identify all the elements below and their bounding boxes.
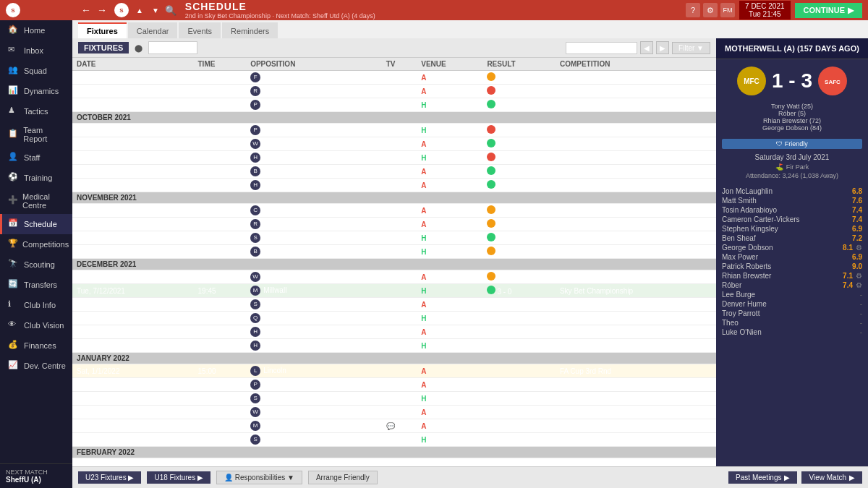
- filter-button[interactable]: Filter ▼: [672, 42, 710, 54]
- fixture-result: 4 - 1: [482, 231, 556, 245]
- table-row[interactable]: Sat, 30/10/2021 15:00 HHuddersfield A 1 …: [72, 179, 716, 192]
- fixture-opposition[interactable]: RRotherham: [246, 218, 382, 231]
- fixtures-table[interactable]: DATE TIME OPPOSITION TV VENUE RESULT COM…: [72, 58, 716, 488]
- fixture-opposition[interactable]: HHull: [246, 325, 382, 339]
- fixture-date: Sat, 1/1/2022: [72, 364, 194, 378]
- table-row[interactable]: Tue, 7/12/2021 19:45 MMillwall H 3 - 0 S…: [72, 284, 716, 298]
- table-row[interactable]: Sat, 25/9/2021 15:00 RReading A 1 - 2 Sk…: [72, 85, 716, 98]
- table-row[interactable]: Sat, 15/1/2022 15:00 WWigan A Sky Bet Ch…: [72, 406, 716, 419]
- table-row[interactable]: Sat, 16/10/2021 15:00 WWest Brom A 1 - 0…: [72, 137, 716, 151]
- fixture-opposition[interactable]: WWest Brom: [246, 137, 382, 151]
- table-row[interactable]: Sat, 8/1/2022 15:00 SStoke H Sky Bet Cha…: [72, 392, 716, 406]
- sidebar-item-transfers[interactable]: 🔄Transfers: [0, 275, 72, 295]
- fixture-opposition[interactable]: LLincoln: [246, 364, 382, 378]
- sidebar-item-staff[interactable]: 👤Staff: [0, 147, 72, 168]
- tab-calendar[interactable]: Calendar: [128, 22, 178, 38]
- fixture-competition: Sky Bet Championship: [556, 245, 716, 259]
- fixture-opposition[interactable]: SSheff Utd: [246, 298, 382, 312]
- team-badge: B: [250, 247, 260, 257]
- fixture-opposition[interactable]: WWatford: [246, 270, 382, 284]
- team-nav-prev[interactable]: ▲: [133, 7, 146, 14]
- sidebar-item-squad[interactable]: 👥Squad: [0, 61, 72, 81]
- fixture-opposition[interactable]: MMiddlesbrough: [246, 419, 382, 433]
- table-row[interactable]: Sat, 20/11/2021 15:00 RRotherham A 2 - 2…: [72, 218, 716, 231]
- tab-events[interactable]: Events: [179, 22, 221, 38]
- settings-icon[interactable]: ⚙: [703, 3, 718, 17]
- u18-fixtures-button[interactable]: U18 Fixtures ▶: [147, 471, 210, 484]
- continue-button[interactable]: CONTINUE ▶: [795, 3, 862, 18]
- table-row[interactable]: Tue, 23/11/2021 19:45 SSwansea H 4 - 1 S…: [72, 231, 716, 245]
- search-button[interactable]: 🔍: [162, 5, 179, 16]
- tab-reminders[interactable]: Reminders: [222, 22, 278, 38]
- fixture-opposition[interactable]: HHuddersfield: [246, 179, 382, 192]
- sidebar-item-inbox[interactable]: ✉Inbox: [0, 40, 72, 61]
- team-badge: H: [250, 341, 260, 351]
- table-row[interactable]: Tue, 19/10/2021 19:45 HHull H 0 - 1 Sky …: [72, 151, 716, 165]
- fm-icon[interactable]: FM: [720, 3, 735, 17]
- u23-fixtures-button[interactable]: U23 Fixtures ▶: [78, 471, 141, 484]
- fixture-opposition[interactable]: PPeterborough: [246, 124, 382, 137]
- view-match-button[interactable]: View Match ▶: [801, 471, 862, 484]
- table-row[interactable]: Sat, 22/1/2022 17:30 MMiddlesbrough 💬 A …: [72, 419, 716, 433]
- sidebar-item-club-vision[interactable]: 👁Club Vision: [0, 315, 72, 335]
- table-row[interactable]: Sat, 4/12/2021 15:00 WWatford A 0 - 0 Sk…: [72, 270, 716, 284]
- fixture-opposition[interactable]: CCharlton: [246, 204, 382, 218]
- table-row[interactable]: Sat, 27/11/2021 15:00 BBlackburn H 1 - 1…: [72, 245, 716, 259]
- sidebar-item-tactics[interactable]: ♟Tactics: [0, 101, 72, 121]
- sidebar-item-schedule[interactable]: 📅Schedule: [0, 214, 72, 234]
- gear-icon[interactable]: ⚙: [856, 244, 862, 252]
- fixture-opposition[interactable]: FFulham: [246, 71, 382, 85]
- table-row[interactable]: Sat, 1/1/2022 15:00 LLincoln A FA Cup 3r…: [72, 364, 716, 378]
- fixture-opposition[interactable]: BBirmingham: [246, 165, 382, 179]
- table-row[interactable]: Tue, 28/12/2021 15:00 HHuddersfield H Sk…: [72, 339, 716, 353]
- sidebar-item-finances[interactable]: 💰Finances: [0, 335, 72, 356]
- fixture-opposition[interactable]: PPortsmouth: [246, 98, 382, 112]
- fixtures-type-dropdown[interactable]: Fixtures ▼: [148, 41, 197, 54]
- sidebar-item-training[interactable]: ⚽Training: [0, 168, 72, 188]
- season-dropdown[interactable]: Season 2021/22 ▼: [566, 42, 638, 54]
- fixture-opposition[interactable]: MMillwall: [246, 284, 382, 298]
- table-row[interactable]: Tue, 4/1/2022 19:45 PPeterborough A Sky …: [72, 378, 716, 392]
- table-row[interactable]: Sat, 23/10/2021 15:00 BBirmingham A 3 - …: [72, 165, 716, 179]
- sidebar-item-scouting[interactable]: 🔭Scouting: [0, 254, 72, 275]
- fixture-opposition[interactable]: HHull: [246, 151, 382, 165]
- table-row[interactable]: Sat, 29/1/2022 15:00 SSheff Wed H Sky Be…: [72, 433, 716, 447]
- team-badge: W: [250, 272, 260, 282]
- table-row[interactable]: Sat, 18/12/2021 15:00 QQPR H Sky Bet Cha…: [72, 312, 716, 325]
- fixture-opposition[interactable]: BBlackburn: [246, 245, 382, 259]
- team-nav-next[interactable]: ▼: [149, 7, 162, 14]
- sidebar-item-home[interactable]: 🏠Home: [0, 20, 72, 40]
- fixture-date: Sat, 18/12/2021: [72, 312, 194, 325]
- table-row[interactable]: Sun, 26/12/2021 15:00 HHull A Sky Bet Ch…: [72, 325, 716, 339]
- fixture-opposition[interactable]: SSheff Wed: [246, 433, 382, 447]
- help-icon[interactable]: ?: [686, 3, 700, 17]
- fixture-opposition[interactable]: PPeterborough: [246, 378, 382, 392]
- forward-button[interactable]: →: [94, 4, 110, 16]
- table-row[interactable]: Sat, 18/9/2021 15:00 FFulham A 1 - 1 Sky…: [72, 71, 716, 85]
- table-row[interactable]: Sat, 6/11/2021 15:00 CCharlton A 1 - 1 S…: [72, 204, 716, 218]
- fixture-opposition[interactable]: SSwansea: [246, 231, 382, 245]
- table-row[interactable]: Tue, 28/9/2021 19:45 PPortsmouth H 2 - 0…: [72, 98, 716, 112]
- prev-arrow[interactable]: ◀: [640, 41, 653, 54]
- table-row[interactable]: Sat, 11/12/2021 15:00 SSheff Utd A Sky B…: [72, 298, 716, 312]
- sidebar-item-club-info[interactable]: ℹClub Info: [0, 295, 72, 315]
- sidebar-item-competitions[interactable]: 🏆Competitions: [0, 234, 72, 254]
- fixture-opposition[interactable]: RReading: [246, 85, 382, 98]
- sidebar-item-team-report[interactable]: 📋Team Report: [0, 121, 72, 147]
- table-row[interactable]: Sat, 2/10/2021 15:00 PPeterborough H 2 -…: [72, 124, 716, 137]
- fixture-opposition[interactable]: HHuddersfield: [246, 339, 382, 353]
- arrange-friendly-button[interactable]: Arrange Friendly: [308, 471, 378, 484]
- sidebar-item-medical-centre[interactable]: ➕Medical Centre: [0, 188, 72, 214]
- sidebar-item-dev.-centre[interactable]: 📈Dev. Centre: [0, 356, 72, 376]
- tab-fixtures[interactable]: Fixtures: [78, 22, 127, 38]
- fixture-opposition[interactable]: WWigan: [246, 406, 382, 419]
- fixture-opposition[interactable]: QQPR: [246, 312, 382, 325]
- fixture-opposition[interactable]: SStoke: [246, 392, 382, 406]
- sidebar-item-dynamics[interactable]: 📊Dynamics: [0, 81, 72, 101]
- next-arrow[interactable]: ▶: [656, 41, 669, 54]
- past-meetings-button[interactable]: Past Meetings ▶: [728, 471, 797, 484]
- back-button[interactable]: ←: [78, 4, 94, 16]
- responsibilities-button[interactable]: 👤 Responsibilities ▼: [216, 471, 302, 484]
- gear-icon[interactable]: ⚙: [856, 272, 862, 280]
- gear-icon[interactable]: ⚙: [856, 281, 862, 289]
